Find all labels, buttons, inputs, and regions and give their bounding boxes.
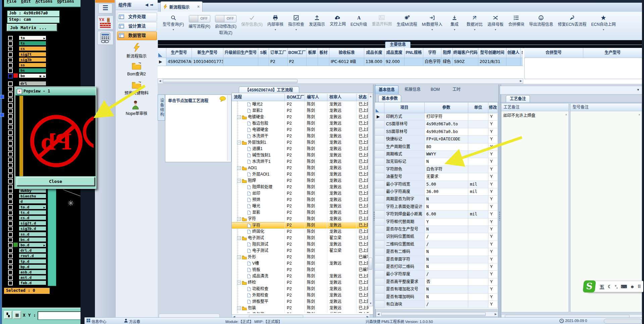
info-center-link[interactable]: 信息中心: [92, 319, 106, 324]
collapse-toggle-icon[interactable]: −: [237, 306, 241, 310]
layer-chip[interactable]: bs: [19, 68, 46, 73]
scroll-up-icon[interactable]: ▲: [638, 113, 641, 116]
param-row-是否有增加明码[interactable]: 是否有增加明码NY: [375, 294, 498, 301]
flow-node-字符[interactable]: −字符P2陈剑龙敦远已上网: [232, 216, 369, 222]
param-row-是否单面字符[interactable]: 是否单面字符NY: [375, 256, 498, 263]
param-row-字符颜色[interactable]: 字符颜色白色字符Y: [375, 166, 498, 173]
layer-chip[interactable]: bp.d: [19, 264, 46, 269]
param-row-周期格式[interactable]: 周期格式WWYYY: [375, 151, 498, 158]
flow-node-外观检查[interactable]: 外观检查P2陈剑龙敦远已上网: [232, 292, 369, 299]
collapse-toggle-icon[interactable]: −: [237, 115, 241, 119]
flow-node-字符[interactable]: 字符P2陈剑龙敦远已上网: [232, 222, 369, 229]
library-item-1[interactable]: 新流程指示: [116, 43, 157, 59]
flow-node-预烘[interactable]: 预烘P2陈剑龙敦远已上网: [232, 197, 369, 203]
param-row-二维码位置图纸[interactable]: 二维码位置图纸/Y: [375, 241, 498, 248]
layer-checkbox[interactable]: [8, 119, 13, 124]
layer-checkbox[interactable]: [8, 146, 13, 151]
scroll-right-icon[interactable]: ▶: [495, 312, 497, 316]
layer-checkbox[interactable]: [8, 52, 13, 57]
popview-title-bar[interactable]: ✕ Popview - 1: [15, 87, 96, 96]
sidebar-section-3[interactable]: 数据管理: [117, 31, 157, 40]
layer-list-scrollbar[interactable]: [48, 188, 56, 286]
toolbar-button-9[interactable]: AECN升级: [348, 14, 369, 27]
ime-item-4[interactable]: ☻: [630, 284, 635, 289]
tab-process-remark[interactable]: 工艺备注: [506, 95, 530, 103]
layer-chip[interactable]: cs.d: [19, 215, 46, 220]
param-row-CS面菲林号[interactable]: CS面菲林号4s90z067a0.toY: [375, 121, 498, 128]
chevron-down-icon[interactable]: ▼: [474, 28, 476, 31]
ime-mode[interactable]: 五: [599, 283, 604, 290]
param-row-字符框代替周期[interactable]: 字符框代替周期YY: [375, 218, 498, 226]
layer-checkbox[interactable]: [8, 221, 13, 226]
layer-chip[interactable]: dwkby: [19, 188, 46, 193]
layer-checkbox[interactable]: [8, 103, 13, 108]
param-row-是否有增加批次号[interactable]: 是否有增加批次号NY: [375, 286, 498, 293]
flow-node-内包装[interactable]: 内包装P2陈剑龙敦远已上网: [232, 311, 369, 313]
remark-filter-dropdown[interactable]: ▼: [500, 86, 643, 94]
cam-grid-tool-button[interactable]: ▦: [13, 311, 21, 319]
scroll-right-icon[interactable]: ▶: [520, 79, 522, 83]
yx-factory-icon[interactable]: YX: [97, 15, 113, 29]
tab-device-structure[interactable]: 设备结构: [158, 94, 165, 121]
flow-node-功能检查[interactable]: 功能检查P2陈剑龙敦远已上网: [232, 286, 369, 292]
param-row-最小字符厚度[interactable]: 最小字符厚度/Y: [375, 271, 498, 278]
flow-node-曝光2[interactable]: 曝光2P2陈剑龙敦远已上网: [232, 101, 369, 108]
layer-chip[interactable]: bo▶▣: [19, 73, 46, 78]
collapse-toggle-icon[interactable]: −: [237, 236, 241, 240]
toolbar-button-7[interactable]: 发送指示: [307, 14, 327, 27]
ime-item-1[interactable]: ☾: [608, 284, 612, 289]
sogou-logo-icon[interactable]: S: [583, 280, 596, 293]
scroll-left-icon[interactable]: ◀: [159, 79, 161, 83]
toolbar-button-1[interactable]: 型号查询(F)▼: [160, 14, 186, 31]
flow-node-外形[interactable]: −外形P2陈剑已编写: [232, 254, 369, 260]
layer-checkbox[interactable]: [8, 47, 13, 51]
tab-new-flow-instruction[interactable]: 新流程指示 ×: [160, 1, 203, 12]
layer-checkbox[interactable]: [8, 265, 13, 269]
toolbar-button-14[interactable]: 数据对比▼: [464, 14, 485, 31]
param-row-字符上表面处理设计[interactable]: 字符上表面处理设计NY: [375, 203, 498, 211]
layer-checkbox[interactable]: [8, 254, 13, 258]
flow-node-外层AOI1[interactable]: 外层AOI1P2陈剑龙敦远已上网: [232, 171, 369, 178]
chevron-down-icon[interactable]: ▼: [172, 28, 174, 31]
flow-node-曝光[interactable]: 曝光P2陈剑龙敦远已上网: [232, 203, 369, 209]
toolbar-button-19[interactable]: ECN自动上网▼: [589, 14, 618, 31]
collapse-left-icon[interactable]: ◀: [145, 3, 150, 7]
layer-checkbox[interactable]: [8, 41, 13, 46]
layer-chip[interactable]: sig2t: [19, 52, 46, 57]
pin-panel-icon[interactable]: ➡: [150, 3, 155, 7]
tab-拓展信息[interactable]: 拓展信息: [401, 85, 424, 94]
flow-node-包装[interactable]: −包装P2陈剑龙敦远已上网: [232, 305, 369, 311]
calculator-link-icon[interactable]: [97, 31, 113, 45]
layer-checkbox[interactable]: [8, 199, 13, 204]
param-row-有白油块[interactable]: 有白油块/Y: [375, 301, 498, 308]
layer-checkbox[interactable]: [8, 238, 13, 242]
toggle-off-switch[interactable]: OFF: [215, 15, 236, 22]
cam-menu-actions[interactable]: Actions: [36, 0, 53, 4]
scroll-left-icon[interactable]: ◀: [377, 312, 379, 316]
param-row-是否高平整度要求[interactable]: 是否高平整度要求否Y: [375, 278, 498, 286]
chevron-down-icon[interactable]: ▼: [274, 28, 277, 31]
layer-checkbox[interactable]: [8, 68, 13, 73]
layer-chip[interactable]: bo.d▶: [19, 243, 46, 247]
layer-checkbox[interactable]: [8, 63, 13, 68]
flow-node-丝印[interactable]: 丝印P2陈剑龙敦远已上网: [232, 190, 369, 197]
cam-menu-edit[interactable]: Edit: [21, 0, 31, 4]
param-row-识别码位置图纸[interactable]: 识别码位置图纸/Y: [375, 233, 498, 241]
layer-checkbox[interactable]: [8, 58, 13, 62]
toolbar-button-15[interactable]: 选择母板▼: [485, 14, 506, 31]
layer-checkbox[interactable]: [8, 141, 13, 146]
tab-工时[interactable]: 工时: [449, 85, 464, 94]
hamburger-menu-icon[interactable]: ☰: [98, 3, 112, 13]
layer-chip[interactable]: fab.d: [19, 280, 46, 285]
flow-node-电镀硬金[interactable]: 电镀硬金P2陈剑龙敦远已上网: [232, 127, 369, 133]
layer-chip[interactable]: drl: [19, 81, 46, 86]
layer-chip[interactable]: to▶: [19, 36, 46, 40]
layer-chip[interactable]: to.d▶: [19, 205, 46, 209]
layer-checkbox[interactable]: [8, 98, 13, 102]
flow-node-板边包胶[interactable]: 板边包胶P2陈剑龙敦远已上网: [232, 120, 369, 127]
ime-item-5[interactable]: ⠿: [638, 284, 641, 289]
product-table-row[interactable]: ▶4S90Z067A010010400177360P2P2IPC-6012 Ⅱ级…: [158, 58, 523, 66]
param-row-最小字符高度[interactable]: 最小字符高度36.00milY: [375, 188, 498, 196]
scroll-up-icon[interactable]: ▲: [565, 113, 568, 116]
ime-item-2[interactable]: °,: [615, 284, 618, 289]
